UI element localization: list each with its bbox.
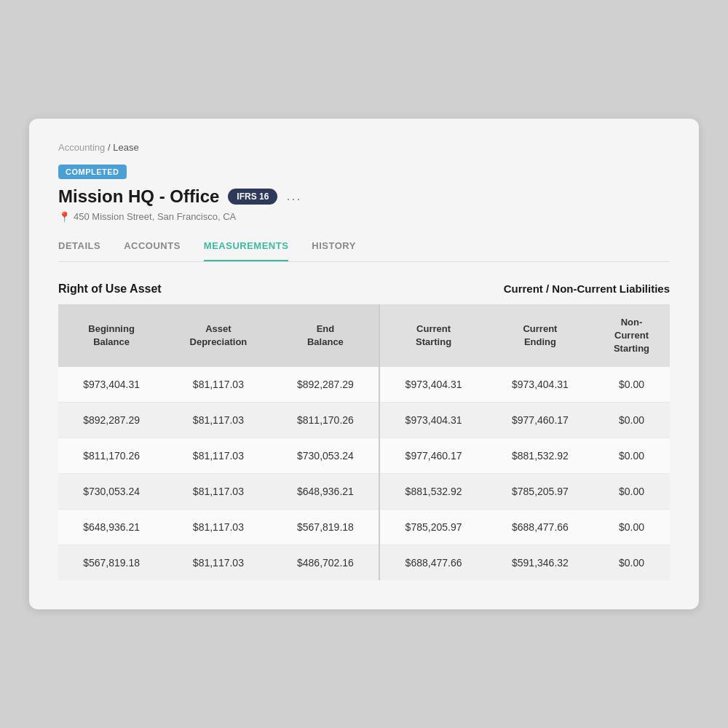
table-cell: $591,346.32 bbox=[487, 545, 593, 581]
table-cell: $977,460.17 bbox=[487, 403, 593, 438]
col-header-end-balance: EndBalance bbox=[272, 304, 380, 368]
col-header-current-ending: CurrentEnding bbox=[487, 304, 593, 368]
table-cell: $486,702.16 bbox=[272, 545, 380, 581]
table-cell: $648,936.21 bbox=[58, 510, 165, 545]
title-row: Mission HQ - Office IFRS 16 ... bbox=[58, 186, 670, 207]
table-cell: $730,053.24 bbox=[272, 438, 380, 474]
table-cell: $0.00 bbox=[593, 510, 670, 545]
table-cell: $881,532.92 bbox=[487, 438, 593, 474]
table-cell: $0.00 bbox=[593, 438, 670, 474]
table-cell: $688,477.66 bbox=[487, 510, 593, 545]
table-cell: $81,117.03 bbox=[165, 403, 272, 438]
table-cell: $567,819.18 bbox=[58, 545, 165, 581]
table-cell: $977,460.17 bbox=[379, 438, 487, 474]
table-row: $648,936.21$81,117.03$567,819.18$785,205… bbox=[58, 510, 670, 545]
breadcrumb-current: Lease bbox=[113, 142, 138, 153]
table-cell: $892,287.29 bbox=[58, 403, 165, 438]
table-cell: $892,287.29 bbox=[272, 367, 380, 403]
table-cell: $81,117.03 bbox=[165, 438, 272, 474]
table-cell: $648,936.21 bbox=[272, 474, 380, 510]
col-header-current-starting: CurrentStarting bbox=[379, 304, 487, 368]
table-row: $567,819.18$81,117.03$486,702.16$688,477… bbox=[58, 545, 670, 581]
table-cell: $81,117.03 bbox=[165, 367, 272, 403]
col-header-asset-depreciation: AssetDepreciation bbox=[165, 304, 272, 368]
more-options-icon[interactable]: ... bbox=[286, 189, 301, 204]
table-cell: $811,170.26 bbox=[58, 438, 165, 474]
table-cell: $0.00 bbox=[593, 545, 670, 581]
tab-measurements[interactable]: MEASUREMENTS bbox=[204, 240, 289, 261]
table-cell: $567,819.18 bbox=[272, 510, 380, 545]
location-icon: 📍 bbox=[58, 211, 71, 223]
table-cell: $973,404.31 bbox=[379, 403, 487, 438]
table-cell: $811,170.26 bbox=[272, 403, 380, 438]
table-cell: $81,117.03 bbox=[165, 510, 272, 545]
tab-history[interactable]: HISTORY bbox=[312, 240, 356, 261]
table-cell: $973,404.31 bbox=[379, 367, 487, 403]
table-cell: $730,053.24 bbox=[58, 474, 165, 510]
address-text: 450 Mission Street, San Francisco, CA bbox=[74, 211, 236, 222]
table-cell: $81,117.03 bbox=[165, 474, 272, 510]
table-cell: $785,205.97 bbox=[379, 510, 487, 545]
breadcrumb-parent[interactable]: Accounting bbox=[58, 142, 105, 153]
table-row: $730,053.24$81,117.03$648,936.21$881,532… bbox=[58, 474, 670, 510]
tab-accounts[interactable]: ACCOUNTS bbox=[124, 240, 181, 261]
table-cell: $881,532.92 bbox=[379, 474, 487, 510]
address-row: 📍 450 Mission Street, San Francisco, CA bbox=[58, 211, 670, 223]
table-cell: $973,404.31 bbox=[487, 367, 593, 403]
table-cell: $0.00 bbox=[593, 367, 670, 403]
measurements-table: BeginningBalance AssetDepreciation EndBa… bbox=[58, 304, 670, 581]
main-card: Accounting / Lease COMPLETED Mission HQ … bbox=[29, 119, 699, 610]
col-header-non-current-starting: Non-CurrentStarting bbox=[593, 304, 670, 368]
status-badge: COMPLETED bbox=[58, 165, 127, 179]
tab-bar: DETAILS ACCOUNTS MEASUREMENTS HISTORY bbox=[58, 240, 670, 262]
section-headers: Right of Use Asset Current / Non-Current… bbox=[58, 282, 670, 296]
table-cell: $973,404.31 bbox=[58, 367, 165, 403]
breadcrumb: Accounting / Lease bbox=[58, 142, 670, 153]
table-cell: $688,477.66 bbox=[379, 545, 487, 581]
table-cell: $0.00 bbox=[593, 474, 670, 510]
tab-details[interactable]: DETAILS bbox=[58, 240, 100, 261]
table-cell: $0.00 bbox=[593, 403, 670, 438]
col-header-beginning-balance: BeginningBalance bbox=[58, 304, 165, 368]
table-row: $973,404.31$81,117.03$892,287.29$973,404… bbox=[58, 367, 670, 403]
table-row: $892,287.29$81,117.03$811,170.26$973,404… bbox=[58, 403, 670, 438]
ifrs-badge: IFRS 16 bbox=[228, 189, 277, 205]
table-cell: $81,117.03 bbox=[165, 545, 272, 581]
left-section-title: Right of Use Asset bbox=[58, 282, 162, 296]
table-cell: $785,205.97 bbox=[487, 474, 593, 510]
page-title: Mission HQ - Office bbox=[58, 186, 219, 207]
table-row: $811,170.26$81,117.03$730,053.24$977,460… bbox=[58, 438, 670, 474]
right-section-title: Current / Non-Current Liabilities bbox=[504, 282, 670, 295]
